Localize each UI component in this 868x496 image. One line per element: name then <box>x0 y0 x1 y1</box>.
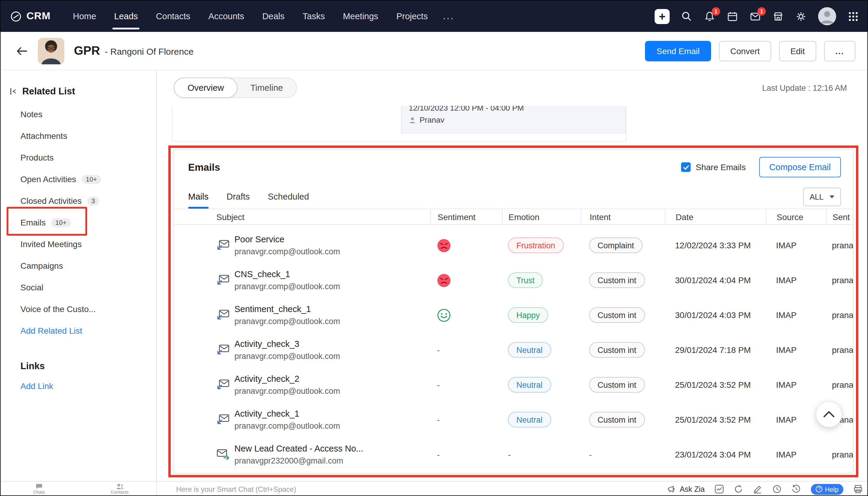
notification-badge: 1 <box>712 7 720 15</box>
email-row[interactable]: Poor Servicepranavgr.comp@outlook.com Fr… <box>174 228 854 263</box>
share-emails-label: Share Emails <box>696 162 746 172</box>
email-row[interactable]: Activity_check_1pranavgr.comp@outlook.co… <box>174 402 854 437</box>
scroll-to-top-button[interactable] <box>816 401 842 428</box>
collapse-panel-icon[interactable] <box>9 87 17 96</box>
sidebar-item-voice-of-the-customer[interactable]: Voice of the Custo... <box>1 298 156 320</box>
nav-item-leads[interactable]: Leads <box>105 1 147 32</box>
email-source: IMAP <box>766 450 826 459</box>
add-link-link[interactable]: Add Link <box>1 375 156 397</box>
nav-item-meetings[interactable]: Meetings <box>334 1 388 32</box>
nav-item-accounts[interactable]: Accounts <box>199 1 253 32</box>
email-date: 23/01/2024 3:04 PM <box>665 450 766 459</box>
nav-item-home[interactable]: Home <box>64 1 105 32</box>
clock-icon[interactable] <box>773 484 782 494</box>
zoho-crm-logo[interactable]: CRM <box>10 10 50 22</box>
tab-mails[interactable]: Mails <box>188 185 209 208</box>
sidebar-item-products[interactable]: Products <box>1 147 156 168</box>
email-sent-by: prana <box>826 380 854 390</box>
email-row[interactable]: New Lead Created - Access No...pranavgpr… <box>174 437 854 472</box>
nav-more-menu[interactable]: ... <box>437 1 460 32</box>
email-subject: Activity_check_3 <box>234 338 340 350</box>
incoming-mail-icon <box>216 310 230 321</box>
nav-item-projects[interactable]: Projects <box>388 1 437 32</box>
email-date: 29/01/2024 7:18 PM <box>665 345 766 355</box>
calendar-icon[interactable] <box>727 11 738 22</box>
email-address: pranavgr.comp@outlook.com <box>234 386 340 397</box>
email-address: pranavgr.comp@outlook.com <box>234 351 340 362</box>
column-header-sentiment: Sentiment <box>430 208 502 225</box>
tab-timeline[interactable]: Timeline <box>237 78 296 98</box>
email-filter-dropdown[interactable]: ALL <box>803 187 841 206</box>
sidebar-item-invited-meetings[interactable]: Invited Meetings <box>1 233 156 255</box>
email-row[interactable]: Activity_check_3pranavgr.comp@outlook.co… <box>174 332 854 367</box>
nav-item-tasks[interactable]: Tasks <box>294 1 334 32</box>
email-row[interactable]: Activity_check_2pranavgr.comp@outlook.co… <box>174 367 854 402</box>
history-icon[interactable] <box>792 484 801 494</box>
sidebar-item-social[interactable]: Social <box>1 277 156 298</box>
email-subject: CNS_check_1 <box>234 268 340 280</box>
sidebar-item-campaigns[interactable]: Campaigns <box>1 255 156 277</box>
main-menu: Home Leads Contacts Accounts Deals Tasks… <box>64 1 460 32</box>
column-header-intent: Intent <box>581 208 665 225</box>
tab-overview[interactable]: Overview <box>174 78 238 98</box>
nav-item-deals[interactable]: Deals <box>253 1 294 32</box>
settings-gear-icon[interactable] <box>795 11 807 22</box>
marketplace-icon[interactable] <box>772 11 784 22</box>
analytics-icon[interactable] <box>715 484 724 494</box>
count-badge: 10+ <box>51 218 70 227</box>
tab-drafts[interactable]: Drafts <box>226 185 250 208</box>
search-icon[interactable] <box>681 11 693 22</box>
ask-zia-button[interactable]: Ask Zia <box>667 484 705 494</box>
column-header-source: Source <box>766 208 826 225</box>
add-related-list-link[interactable]: Add Related List <box>1 320 156 341</box>
help-button[interactable]: ? Help <box>811 484 843 495</box>
sidebar-item-notes[interactable]: Notes <box>1 104 156 125</box>
nav-item-contacts[interactable]: Contacts <box>147 1 199 32</box>
email-sent-by: prana <box>826 345 854 355</box>
compose-email-button[interactable]: Compose Email <box>759 157 841 177</box>
quick-create-button[interactable]: + <box>654 9 669 24</box>
edit-button[interactable]: Edit <box>779 41 816 61</box>
email-address: pranavgpr232000@gmail.com <box>234 455 363 466</box>
lead-photo-avatar[interactable] <box>38 37 64 64</box>
refresh-icon[interactable] <box>734 484 743 494</box>
signature-icon[interactable] <box>754 484 762 494</box>
tab-scheduled[interactable]: Scheduled <box>268 185 309 208</box>
sentiment-negative-icon <box>437 273 451 287</box>
sidebar-item-closed-activities[interactable]: Closed Activities3 <box>1 190 156 212</box>
email-date: 25/01/2024 3:52 PM <box>665 415 766 424</box>
user-avatar[interactable] <box>818 7 836 25</box>
chevron-down-icon <box>830 195 834 198</box>
smart-chat-input[interactable] <box>175 482 488 496</box>
sentiment-positive-icon <box>437 308 451 322</box>
more-actions-button[interactable]: ... <box>824 41 855 61</box>
convert-button[interactable]: Convert <box>719 41 771 61</box>
activity-entry[interactable]: 12/10/2023 12:00 PM - 04:00 PM Pranav <box>401 106 626 134</box>
notifications-bell-icon[interactable]: 1 <box>704 11 715 22</box>
email-sent-by: prana <box>826 450 854 459</box>
send-email-button[interactable]: Send Email <box>645 41 711 61</box>
sentiment-empty: - <box>437 415 440 424</box>
sidebar-item-emails[interactable]: Emails10+ <box>1 212 156 233</box>
email-subject: Activity_check_1 <box>234 408 340 419</box>
email-table-header: Subject Sentiment Emotion Intent Date So… <box>174 208 854 225</box>
sentiment-negative-icon <box>437 238 451 252</box>
emotion-pill: Trust <box>508 272 543 288</box>
mail-icon[interactable]: 1 <box>749 11 761 22</box>
share-emails-control[interactable]: Share Emails <box>681 162 746 172</box>
sidebar-item-open-activities[interactable]: Open Activities10+ <box>1 168 156 190</box>
email-subject: New Lead Created - Access No... <box>234 443 363 454</box>
intent-empty: - <box>589 450 592 459</box>
contacts-shortcut[interactable]: Contacts <box>98 482 141 496</box>
email-sent-by: prana <box>826 310 854 320</box>
print-icon[interactable] <box>854 484 863 494</box>
email-row[interactable]: Sentiment_check_1pranavgr.comp@outlook.c… <box>174 298 854 332</box>
back-arrow-icon[interactable] <box>14 43 29 59</box>
app-launcher-grid-icon[interactable] <box>848 11 859 22</box>
chats-shortcut[interactable]: Chats <box>17 482 61 496</box>
email-row[interactable]: CNS_check_1pranavgr.comp@outlook.com Tru… <box>174 263 854 298</box>
share-emails-checkbox[interactable] <box>681 162 691 172</box>
chevron-up-icon <box>823 410 835 418</box>
sidebar-item-attachments[interactable]: Attachments <box>1 125 156 147</box>
emails-panel: Emails Share Emails Compose Email Mails … <box>173 149 854 474</box>
